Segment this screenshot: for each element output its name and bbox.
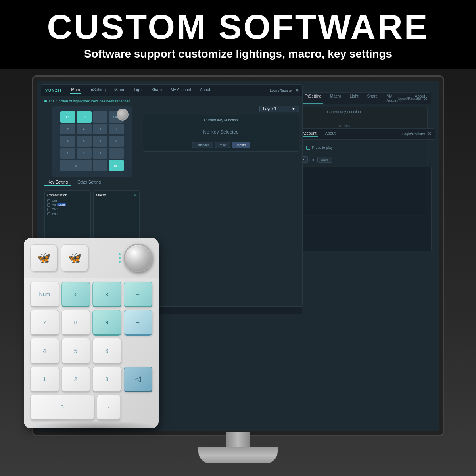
combo-alt-label: Alt (52, 203, 56, 207)
kp-key-15[interactable]: 3 (93, 148, 108, 159)
macro-save-btn[interactable]: Save (317, 157, 332, 163)
login-text-back[interactable]: Login/Register (398, 96, 421, 100)
info-dot (44, 100, 47, 102)
key-6[interactable]: 6 (92, 338, 121, 364)
nav-about[interactable]: About (198, 87, 212, 94)
kp-key-9[interactable]: 4 (60, 136, 75, 147)
key-enter[interactable]: ◁ (124, 367, 153, 392)
win-logo-main: YUNZII (45, 88, 62, 92)
combo-shift-check[interactable] (47, 208, 50, 211)
login-text-macro[interactable]: Login/Register (402, 132, 425, 136)
key-3[interactable]: 3 (92, 367, 121, 392)
key-4[interactable]: 4 (30, 338, 59, 364)
kp-key-13[interactable]: 1 (60, 148, 75, 159)
key-row-2: 4 5 6 (30, 338, 152, 364)
nav-fnsetting[interactable]: FnSetting (87, 87, 107, 94)
nav-share-back[interactable]: Share (366, 93, 380, 104)
nav-share[interactable]: Share (150, 87, 164, 94)
tab-other-setting[interactable]: Other Setting (74, 179, 104, 186)
nav-light[interactable]: Light (132, 87, 144, 94)
cat-macro-edit-icon[interactable]: ✏ (134, 194, 137, 197)
knob-container (119, 244, 152, 272)
nav-fnsetting-back[interactable]: FnSetting (303, 93, 323, 104)
nav-light-back[interactable]: Light (348, 93, 360, 104)
kp-key-3[interactable] (93, 111, 108, 123)
info-bar: The function of highlighted keys has bee… (44, 99, 299, 103)
monitor-stand (198, 432, 278, 464)
press-to-play-item: Press to play (306, 146, 332, 150)
key-0[interactable]: 0 (30, 395, 94, 420)
close-btn-main[interactable]: ✕ (295, 88, 299, 93)
led-indicators (119, 253, 121, 263)
combo-alt-check[interactable] (47, 203, 50, 207)
cat-macro-label: Macro (96, 193, 106, 197)
kf-title: Current Key Function (146, 118, 296, 122)
kf-forbidden-btn[interactable]: Forbidden (192, 142, 213, 148)
kp-key-8[interactable]: ÷ (109, 124, 124, 135)
win-titlebar-main: YUNZII Main FnSetting Macro Light Share … (41, 85, 302, 96)
key-2[interactable]: 2 (61, 367, 90, 392)
press-to-play-check[interactable] (306, 146, 310, 150)
info-message: The function of highlighted keys has bee… (48, 99, 130, 103)
kp-key-16[interactable]: - (109, 148, 124, 159)
header-section: CUSTOM SOFTWARE Software support customi… (0, 0, 476, 69)
led-dot-3 (119, 261, 121, 263)
kp-key-5[interactable]: 7 (60, 124, 75, 135)
key-div[interactable]: ÷ (61, 282, 90, 307)
combo-ctrl-check[interactable] (47, 199, 50, 202)
kp-key-11[interactable]: 6 (93, 136, 108, 147)
kp-key-12[interactable]: × (109, 136, 124, 147)
keyboard-product: 🦋 🦋 Num ÷ (20, 214, 186, 444)
key-8[interactable]: 8 (61, 310, 90, 336)
kp-key-1[interactable]: Fn (60, 111, 75, 123)
key-minus[interactable]: − (124, 282, 153, 307)
butterfly-right-icon: 🦋 (68, 251, 82, 265)
close-btn-back[interactable]: ✕ (424, 96, 428, 101)
led-dot-1 (119, 253, 121, 255)
key-num[interactable]: Num (30, 282, 59, 307)
kp-key-2[interactable]: Fn (77, 111, 92, 123)
win-close-area-macro: Login/Register ✕ (402, 131, 432, 137)
nav-macro[interactable]: Macro (113, 87, 127, 94)
logo-key-right[interactable]: 🦋 (61, 244, 88, 271)
key-1[interactable]: 1 (30, 367, 59, 392)
stand-base (198, 447, 278, 463)
kf-value: No Key Selected (146, 125, 296, 140)
sub-title: Software support customize lightings, ma… (84, 48, 392, 60)
key-row-0: Num ÷ × − (30, 282, 152, 307)
kp-inner: Fn Fn Num 7 8 9 ÷ 4 5 (60, 111, 124, 171)
key-dot[interactable]: · (97, 395, 121, 420)
key-9[interactable]: 9 (92, 310, 121, 336)
layer-dropdown[interactable]: Layer-1 ▼ (259, 106, 299, 112)
key-mul[interactable]: × (92, 282, 121, 307)
nav-macro-back[interactable]: Macro (328, 93, 343, 104)
close-btn-macro[interactable]: ✕ (428, 131, 432, 137)
nav-about-macro[interactable]: About (324, 131, 337, 137)
kf-confirm-btn[interactable]: Confirm (232, 142, 250, 148)
kp-key-10[interactable]: 5 (77, 136, 92, 147)
kp-key-6[interactable]: 8 (77, 124, 92, 135)
key-plus[interactable]: + (124, 310, 153, 336)
kp-key-18[interactable]: . (93, 160, 108, 171)
combo-shift-label: Shift (52, 207, 58, 211)
login-text-main[interactable]: Login/Register (270, 88, 293, 92)
layer-value: Layer-1 (263, 107, 276, 111)
tab-key-setting[interactable]: Key Setting (44, 179, 71, 186)
kp-key-14[interactable]: 2 (77, 148, 92, 159)
nav-account[interactable]: My Account (169, 87, 193, 94)
cat-combination-title: Combination (47, 193, 88, 197)
big-knob[interactable] (124, 244, 152, 272)
stand-neck (226, 432, 250, 448)
nav-main[interactable]: Main (70, 87, 82, 94)
key-7[interactable]: 7 (30, 310, 59, 336)
dropdown-arrow-icon: ▼ (292, 107, 296, 111)
kp-key-17[interactable]: 0 (60, 160, 92, 171)
key-5[interactable]: 5 (61, 338, 90, 364)
kp-key-7[interactable]: 9 (93, 124, 108, 135)
press-to-play-label: Press to play (312, 146, 332, 150)
win-close-area-main: Login/Register ✕ (270, 88, 299, 93)
logo-key-left[interactable]: 🦋 (30, 244, 57, 271)
kp-key-19[interactable]: Ent (109, 160, 124, 171)
kf-reset-btn[interactable]: Reset (215, 142, 230, 148)
combo-alt-row: Alt Enter (47, 203, 88, 207)
